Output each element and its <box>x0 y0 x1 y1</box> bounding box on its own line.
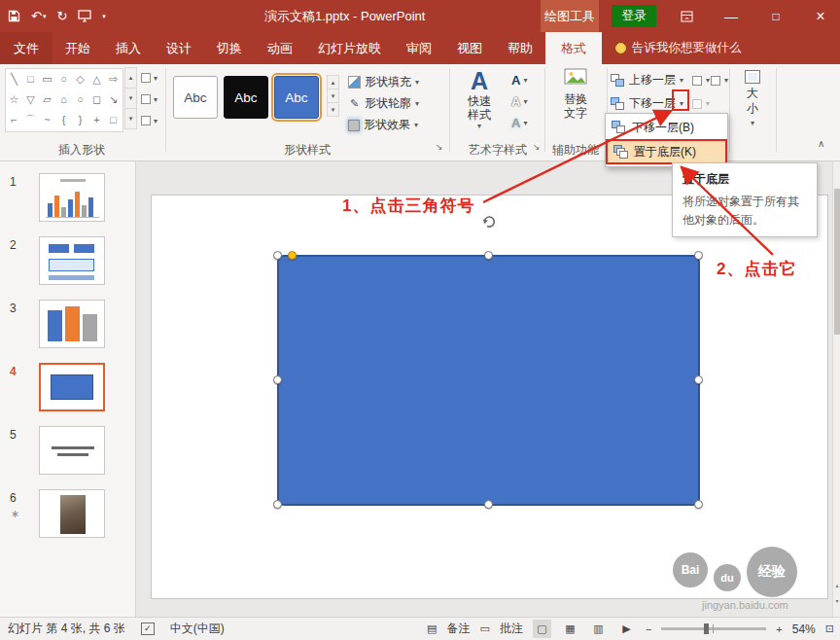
merge-shapes-button[interactable]: ▾ <box>141 116 158 125</box>
shape-gallery-item[interactable]: ○ <box>55 69 72 89</box>
shape-fill-button[interactable]: 形状填充 ▾ <box>348 73 419 91</box>
tab-review[interactable]: 审阅 <box>394 32 444 64</box>
resize-handle-middle-left[interactable] <box>273 375 282 384</box>
maximize-button[interactable]: □ <box>758 0 793 32</box>
sign-in-button[interactable]: 登录 <box>612 5 656 27</box>
shape-styles-dialog-launcher-icon[interactable]: ↘ <box>436 142 443 152</box>
edit-shape-button[interactable]: ▾ <box>141 73 158 83</box>
scrollbar-thumb[interactable] <box>834 189 840 335</box>
style-scroll-up-icon[interactable]: ▴ <box>327 75 339 89</box>
zoom-out-icon[interactable]: − <box>646 623 651 635</box>
comments-icon[interactable]: ▭ <box>479 622 489 635</box>
style-scroll-down-icon[interactable]: ▾ <box>327 89 339 103</box>
shape-gallery-item[interactable]: } <box>72 110 88 130</box>
slideshow-view-icon[interactable]: ▶ <box>617 620 636 638</box>
fit-to-window-icon[interactable]: ⊡ <box>825 622 834 635</box>
tab-home[interactable]: 开始 <box>52 32 103 64</box>
shape-style-preset-3-selected[interactable]: Abc <box>274 76 319 119</box>
shape-gallery-item[interactable]: ⇨ <box>105 69 122 89</box>
zoom-slider[interactable] <box>661 627 766 630</box>
shape-effects-button[interactable]: 形状效果 ▾ <box>348 116 418 134</box>
shape-gallery-item[interactable]: ⌐ <box>6 110 22 130</box>
shape-style-preset-1[interactable]: Abc <box>173 76 218 119</box>
spellcheck-icon[interactable]: ✓ <box>141 622 155 635</box>
shape-gallery-item[interactable]: ▭ <box>39 69 55 89</box>
previous-slide-icon[interactable]: ▴ <box>833 582 840 588</box>
gallery-scroll-up-icon[interactable]: ▴ <box>124 67 137 89</box>
style-more-icon[interactable]: ▾ <box>327 102 339 117</box>
group-button[interactable]: ▾ <box>692 94 710 113</box>
rotate-handle[interactable] <box>480 213 498 231</box>
contextual-tab-group-drawing-tools[interactable]: 绘图工具 <box>541 0 599 32</box>
resize-handle-top-center[interactable] <box>484 251 493 260</box>
shape-gallery-item[interactable]: ◻ <box>88 89 105 110</box>
tab-animations[interactable]: 动画 <box>255 32 305 64</box>
shape-gallery-item[interactable]: □ <box>105 110 122 130</box>
zoom-slider-thumb[interactable] <box>704 623 709 634</box>
zoom-in-icon[interactable]: + <box>776 623 782 635</box>
slide-thumbnail-4-selected[interactable] <box>39 363 105 411</box>
shape-gallery-item[interactable]: □ <box>22 69 39 89</box>
bring-forward-button[interactable]: 上移一层 ▾ <box>611 71 683 89</box>
quick-styles-button[interactable]: A 快速样式 ▾ <box>455 67 504 130</box>
notes-icon[interactable]: ▤ <box>427 622 437 635</box>
text-outline-button[interactable]: A ▾ <box>511 94 527 109</box>
shape-gallery-item[interactable]: ╲ <box>6 69 22 89</box>
shape-gallery-item[interactable]: + <box>88 110 105 130</box>
resize-handle-bottom-left[interactable] <box>273 500 282 509</box>
shape-outline-button[interactable]: ✎ 形状轮廓 ▾ <box>348 94 419 113</box>
collapse-ribbon-icon[interactable]: ∧ <box>818 138 824 149</box>
qat-customize-icon[interactable]: ▾ <box>102 13 106 20</box>
undo-icon[interactable]: ↶ ▾ <box>31 9 46 23</box>
tab-format[interactable]: 格式 <box>545 32 602 64</box>
slide-thumbnail-3[interactable] <box>39 300 105 348</box>
tab-insert[interactable]: 插入 <box>103 32 154 64</box>
slide-thumbnail-1[interactable] <box>39 173 105 222</box>
shape-gallery-item[interactable]: { <box>55 110 72 130</box>
shape-gallery-item[interactable]: ⌂ <box>55 89 72 110</box>
start-slideshow-icon[interactable] <box>78 10 91 22</box>
text-effects-button[interactable]: A ▾ <box>511 116 527 130</box>
slide-thumbnail-5[interactable] <box>39 426 105 475</box>
shape-gallery-item[interactable]: ☆ <box>6 89 22 110</box>
notes-toggle[interactable]: 备注 <box>446 621 470 637</box>
shape-gallery-item[interactable]: ○ <box>72 89 88 110</box>
close-button[interactable]: × <box>803 0 838 32</box>
zoom-level[interactable]: 54% <box>792 622 816 636</box>
language-indicator[interactable]: 中文(中国) <box>170 621 225 637</box>
resize-handle-top-right[interactable] <box>694 251 703 260</box>
slide-sorter-view-icon[interactable]: ▦ <box>561 620 579 638</box>
resize-handle-bottom-center[interactable] <box>484 500 493 509</box>
vertical-scrollbar[interactable]: ▴ ▾ <box>832 161 840 617</box>
size-group-button[interactable]: 大小 ▾ <box>731 70 774 127</box>
dropdown-icon[interactable]: ▾ <box>680 76 683 85</box>
shape-gallery-item[interactable]: ↘ <box>105 89 122 110</box>
tab-transitions[interactable]: 切换 <box>204 32 255 64</box>
menu-item-send-backward[interactable]: 下移一层(B) <box>606 116 727 139</box>
tab-file[interactable]: 文件 <box>0 32 52 64</box>
alt-text-button[interactable]: 替换文字 <box>550 68 601 120</box>
next-slide-icon[interactable]: ▾ <box>833 597 840 604</box>
rotate-button[interactable]: ▾ <box>711 71 728 89</box>
wordart-dialog-launcher-icon[interactable]: ↘ <box>533 142 541 152</box>
tab-slideshow[interactable]: 幻灯片放映 <box>305 32 394 64</box>
shape-gallery-item[interactable]: ▱ <box>39 89 55 110</box>
gallery-scroll-down-icon[interactable]: ▾ <box>124 88 137 109</box>
slide-thumbnail-2[interactable] <box>39 236 105 285</box>
resize-handle-bottom-right[interactable] <box>694 500 703 509</box>
slide-thumbnail-6[interactable] <box>39 489 105 538</box>
undo-dropdown-icon[interactable]: ▾ <box>43 13 47 20</box>
text-fill-button[interactable]: A ▾ <box>511 73 527 88</box>
tab-help[interactable]: 帮助 <box>495 32 545 64</box>
align-button[interactable]: ▾ <box>692 71 710 89</box>
reading-view-icon[interactable]: ▥ <box>589 620 608 638</box>
shape-gallery-item[interactable]: ▽ <box>22 89 39 110</box>
redo-icon[interactable]: ↻ <box>56 9 67 23</box>
shape-gallery-item[interactable]: ◇ <box>72 69 88 89</box>
shape-gallery-item[interactable]: ⌒ <box>22 110 39 130</box>
blue-rounded-rectangle-shape[interactable] <box>277 255 700 506</box>
shape-style-preset-2[interactable]: Abc <box>224 76 268 119</box>
adjust-handle[interactable] <box>288 251 297 260</box>
comments-toggle[interactable]: 批注 <box>500 621 523 637</box>
menu-item-send-to-back[interactable]: 置于底层(K) <box>606 139 727 164</box>
